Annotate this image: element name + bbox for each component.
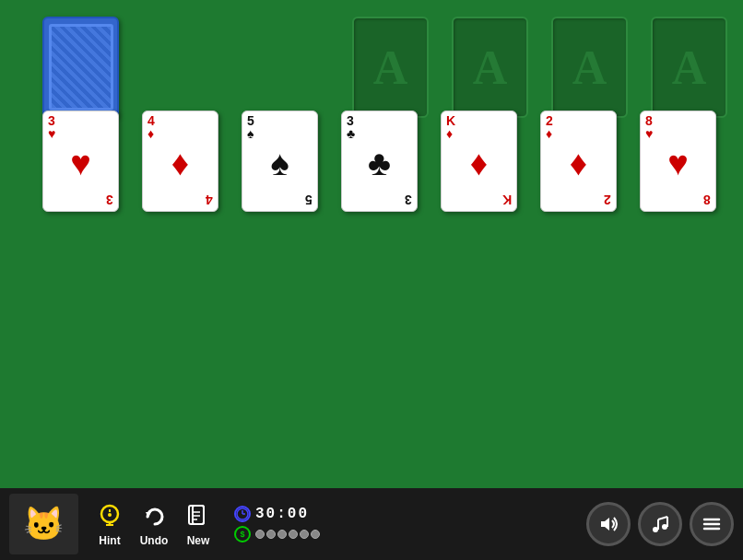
cat-icon: 🐱	[23, 505, 65, 543]
score-dot-3	[277, 530, 287, 539]
stock-pile[interactable]	[42, 17, 119, 118]
toolbar-right	[586, 502, 734, 546]
foundation-3-label: A	[572, 41, 607, 95]
card-rank-br: 3	[106, 193, 113, 206]
timer-display: 30:00	[255, 506, 309, 522]
card-2-diamonds[interactable]: 2♦ ♦ 2	[540, 111, 617, 212]
card-rank-tl: 5♠	[247, 114, 254, 140]
foundation-3[interactable]: A	[551, 17, 628, 118]
card-rank-tl: 3♥	[48, 114, 55, 140]
card-rank-br: K	[502, 193, 512, 206]
card-3-hearts[interactable]: 3♥ ♥ 3	[42, 111, 119, 212]
hint-label: Hint	[99, 534, 120, 547]
svg-rect-6	[189, 506, 204, 524]
card-rank-br: 3	[405, 193, 412, 206]
card-back-pattern	[49, 24, 113, 111]
card-suit-large: ♦	[570, 144, 587, 183]
volume-button[interactable]	[586, 502, 631, 546]
score-icon: $	[234, 526, 251, 542]
new-icon	[183, 502, 213, 531]
card-suit-large: ♥	[667, 144, 689, 183]
card-suit-large: ♥	[70, 144, 91, 183]
card-rank-tl: 8♥	[645, 114, 653, 140]
score-dot-1	[255, 530, 265, 539]
score-dot-6	[311, 530, 320, 539]
card-4-diamonds[interactable]: 4♦ ♦ 4	[142, 111, 218, 212]
card-rank-tl: K♦	[446, 114, 455, 140]
card-5-spades[interactable]: 5♠ ♠ 5	[242, 111, 318, 212]
timer-icon	[234, 506, 251, 522]
game-table: A A A A 3♥ ♥ 3 4♦ ♦ 4 5♠ ♠ 5 3♣ ♣ 3 K♦ ♦…	[0, 0, 743, 488]
new-button[interactable]: New	[176, 498, 220, 551]
undo-icon	[139, 502, 169, 531]
hint-icon	[95, 502, 124, 531]
timer-section: 30:00 $	[234, 506, 320, 542]
cat-mascot: 🐱	[9, 494, 78, 554]
foundation-1-label: A	[373, 41, 408, 95]
card-rank-br: 2	[604, 193, 611, 206]
score-row: $	[234, 526, 320, 542]
card-rank-br: 4	[206, 193, 213, 206]
svg-marker-14	[601, 518, 609, 531]
hint-button[interactable]: Hint	[88, 498, 132, 551]
svg-rect-7	[193, 506, 204, 524]
card-rank-br: 5	[305, 193, 313, 206]
music-button[interactable]	[638, 502, 682, 546]
score-dot-5	[300, 530, 309, 539]
card-rank-br: 8	[703, 193, 711, 206]
foundation-2[interactable]: A	[452, 17, 528, 118]
card-k-diamonds[interactable]: K♦ ♦ K	[441, 111, 517, 212]
card-suit-large: ♣	[368, 144, 391, 183]
card-3-clubs[interactable]: 3♣ ♣ 3	[341, 111, 418, 212]
undo-button[interactable]: Undo	[132, 498, 176, 551]
undo-label: Undo	[140, 534, 169, 547]
timer-row: 30:00	[234, 506, 320, 522]
new-label: New	[187, 534, 210, 547]
card-rank-tl: 2♦	[546, 114, 553, 140]
menu-button[interactable]	[690, 502, 734, 546]
score-dots	[255, 530, 320, 539]
foundation-1[interactable]: A	[352, 17, 429, 118]
card-8-hearts[interactable]: 8♥ ♥ 8	[640, 111, 716, 212]
foundation-4[interactable]: A	[651, 17, 727, 118]
foundation-4-label: A	[672, 41, 707, 95]
score-dot-2	[266, 530, 276, 539]
score-dot-4	[289, 530, 298, 539]
toolbar: 🐱 Hint Undo	[0, 488, 743, 560]
card-suit-large: ♠	[270, 144, 289, 183]
card-rank-tl: 3♣	[347, 114, 355, 140]
card-suit-large: ♦	[171, 144, 189, 183]
svg-point-4	[108, 513, 112, 517]
svg-line-19	[658, 517, 667, 519]
card-rank-tl: 4♦	[147, 114, 155, 140]
card-suit-large: ♦	[470, 144, 488, 183]
foundation-2-label: A	[473, 41, 508, 95]
